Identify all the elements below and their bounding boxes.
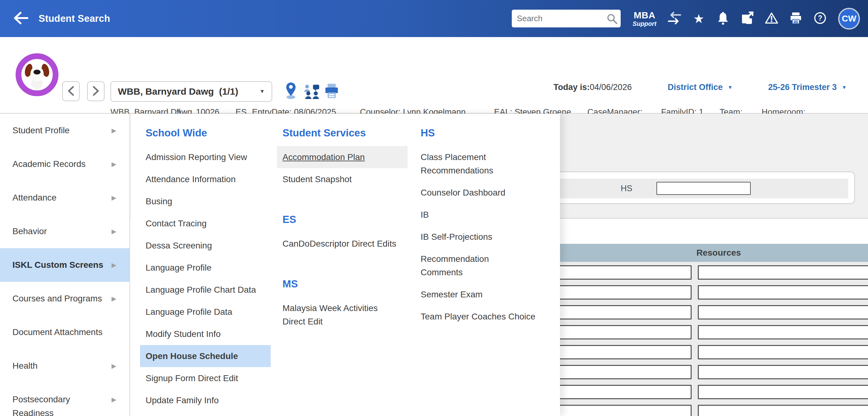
menu-column-2: HSClass Placement RecommendationsCounsel…	[421, 114, 561, 328]
menu-item[interactable]: Recommendation Comments	[415, 248, 546, 284]
resource-input-right-2[interactable]	[698, 305, 868, 320]
resource-input-right-1[interactable]	[698, 285, 868, 300]
menu-item[interactable]: Class Placement Recommendations	[415, 146, 546, 181]
menu-column-1: Student ServicesAccommodation PlanStuden…	[282, 114, 413, 332]
sidebar-item-label: Document Attachments	[12, 325, 118, 339]
printer-icon	[324, 95, 339, 100]
resource-input-right-7[interactable]	[698, 405, 868, 416]
chevron-right-icon: ▶	[112, 127, 116, 134]
sidebar-item-0[interactable]: Student Profile▶	[0, 114, 129, 147]
alerts-button[interactable]	[765, 12, 778, 26]
student-selector-label: WBB, Barnyard Dawg (1/1)	[118, 86, 238, 97]
menu-item[interactable]: Open House Schedule	[140, 345, 271, 367]
term-dropdown[interactable]: 25-26 Trimester 3 ▼	[768, 83, 846, 92]
resource-input-right-3[interactable]	[698, 325, 868, 339]
back-arrow-icon	[13, 12, 29, 25]
sidebar-item-2[interactable]: Attendance▶	[0, 181, 129, 214]
mba-logo-line2: Support	[632, 21, 656, 27]
switch-student-teacher-button[interactable]	[668, 12, 681, 26]
school-office-dropdown[interactable]: District Office ▼	[668, 83, 733, 92]
today-date: Today is:04/06/2026	[554, 83, 632, 92]
menu-section-header: ES	[282, 213, 413, 226]
map-pin-icon	[285, 96, 297, 100]
menu-item[interactable]: Malaysia Week Activities Direct Edit	[277, 297, 408, 332]
menu-item[interactable]: Language Profile Chart Data	[140, 279, 271, 301]
printer-icon	[789, 12, 802, 25]
menu-item[interactable]: Contact Tracing	[140, 212, 271, 235]
favorites-button[interactable]: ★	[692, 12, 705, 26]
menu-item[interactable]: Semester Exam	[415, 284, 546, 305]
chevron-right-icon: ▶	[112, 362, 116, 369]
screen: Student Search MBA Support ★	[0, 0, 868, 416]
sidebar-item-8[interactable]: Postsecondary Readiness▶	[0, 383, 129, 416]
menu-item[interactable]: Student Snapshot	[277, 168, 408, 190]
menu-item[interactable]: Accommodation Plan	[277, 146, 408, 168]
question-mark-icon: ?	[813, 11, 827, 26]
menu-column-0: School WideAdmission Reporting ViewAtten…	[146, 114, 276, 411]
sidebar-item-label: ISKL Custom Screens	[12, 258, 118, 272]
sidebar-nav: Student Profile▶Academic Records▶Attenda…	[0, 114, 130, 416]
sidebar-item-label: Academic Records	[12, 157, 118, 171]
print-button[interactable]	[789, 12, 802, 26]
next-student-button[interactable]	[87, 81, 104, 101]
mba-support-logo[interactable]: MBA Support	[632, 10, 656, 27]
print-student-button[interactable]	[324, 83, 339, 100]
menu-item[interactable]: Update Family Info	[140, 389, 271, 411]
menu-item[interactable]: Dessa Screening	[140, 235, 271, 257]
menu-item[interactable]: IB Self-Projections	[415, 226, 546, 248]
user-avatar[interactable]: CW	[838, 8, 860, 30]
menu-item[interactable]: Admission Reporting View	[140, 146, 271, 168]
location-button[interactable]	[285, 82, 297, 100]
menu-item[interactable]: Language Profile	[140, 257, 271, 279]
chevron-right-icon: ▶	[112, 194, 116, 202]
search-icon[interactable]	[607, 13, 618, 26]
menu-section-header: MS	[282, 277, 413, 291]
sidebar-item-4[interactable]: ISKL Custom Screens▶	[0, 248, 129, 282]
sidebar-item-label: Health	[12, 359, 118, 373]
menu-item[interactable]: Counselor Dashboard	[415, 181, 546, 204]
sidebar-item-label: Behavior	[12, 225, 118, 238]
warning-triangle-icon	[765, 12, 778, 25]
help-button[interactable]: ?	[814, 12, 826, 26]
resource-input-right-0[interactable]	[698, 265, 868, 279]
chevron-right-icon: ▶	[112, 261, 116, 269]
student-header: WBB, Barnyard Dawg (1/1) ▼ Today is:04/0…	[0, 37, 868, 114]
menu-item[interactable]: Busing	[140, 190, 271, 212]
topbar-left: Student Search	[13, 0, 110, 37]
family-button[interactable]	[304, 84, 320, 100]
student-photo[interactable]	[15, 53, 59, 97]
mega-menu: School WideAdmission Reporting ViewAtten…	[131, 114, 560, 416]
sidebar-item-7[interactable]: Health▶	[0, 349, 129, 383]
resource-input-right-5[interactable]	[698, 365, 868, 379]
chevron-left-icon	[67, 86, 75, 97]
menu-item[interactable]: CanDoDescriptor Direct Edits	[277, 233, 408, 255]
caret-down-icon: ▼	[259, 88, 265, 95]
sidebar-item-3[interactable]: Behavior▶	[0, 214, 129, 248]
menu-item[interactable]: Modify Student Info	[140, 323, 271, 345]
menu-item[interactable]: Signup Form Direct Edit	[140, 367, 271, 389]
sidebar-item-label: Postsecondary Readiness	[12, 393, 118, 416]
today-label: Today is:	[554, 83, 590, 92]
back-button[interactable]	[13, 12, 29, 25]
topbar-right: MBA Support ★	[512, 0, 860, 37]
transfer-arrows-icon	[667, 11, 682, 26]
resource-input-right-4[interactable]	[698, 345, 868, 359]
resources-header-label: Resources	[678, 248, 759, 258]
search-input[interactable]	[512, 10, 621, 27]
menu-section-header: School Wide	[146, 126, 276, 140]
topbar: Student Search MBA Support ★	[0, 0, 868, 37]
menu-item[interactable]: Language Profile Data	[140, 301, 271, 323]
previous-student-button[interactable]	[62, 81, 80, 101]
notifications-button[interactable]	[717, 12, 729, 26]
sidebar-item-5[interactable]: Courses and Programs▶	[0, 282, 129, 316]
menu-item[interactable]: Attendance Information	[140, 168, 271, 190]
sidebar-item-6[interactable]: Document Attachments	[0, 316, 129, 349]
student-selector-dropdown[interactable]: WBB, Barnyard Dawg (1/1) ▼	[111, 81, 272, 102]
resource-input-right-6[interactable]	[698, 385, 868, 399]
compose-button[interactable]	[741, 12, 753, 26]
menu-item[interactable]: Team Player Coaches Choice	[415, 305, 546, 328]
menu-item[interactable]: IB	[415, 204, 546, 226]
sidebar-item-1[interactable]: Academic Records▶	[0, 147, 129, 181]
hs-field-input[interactable]	[656, 182, 751, 195]
family-icon	[304, 96, 320, 100]
